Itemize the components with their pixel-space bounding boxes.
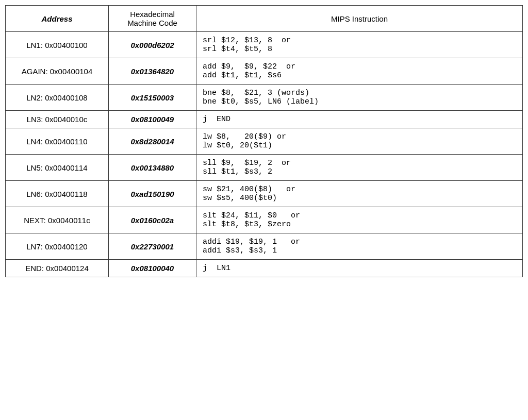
hex-cell: 0x08100049 [109,111,196,128]
address-cell: LN6: 0x00400118 [6,181,109,207]
address-cell: NEXT: 0x0040011c [6,207,109,233]
table-body: LN1: 0x004001000x000d6202srl $12, $13, 8… [6,32,523,277]
address-cell: AGAIN: 0x00400104 [6,58,109,85]
table-row: NEXT: 0x0040011c0x0160c02aslt $24, $11, … [6,207,523,233]
table-row: LN3: 0x0040010c0x08100049j END [6,111,523,128]
address-cell: LN7: 0x00400120 [6,233,109,260]
hex-cell: 0xad150190 [109,181,196,207]
table-row: LN1: 0x004001000x000d6202srl $12, $13, 8… [6,32,523,58]
hex-cell: 0x15150003 [109,85,196,111]
hex-cell: 0x8d280014 [109,128,196,155]
mips-cell: srl $12, $13, 8 or srl $t4, $t5, 8 [196,32,523,58]
mips-cell: bne $8, $21, 3 (words) bne $t0, $s5, LN6… [196,85,523,111]
address-cell: LN1: 0x00400100 [6,32,109,58]
hex-cell: 0x0160c02a [109,207,196,233]
table-row: AGAIN: 0x004001040x01364820add $9, $9, $… [6,58,523,85]
hex-cell: 0x22730001 [109,233,196,260]
address-cell: LN5: 0x00400114 [6,155,109,181]
table-row: LN5: 0x004001140x00134880sll $9, $19, 2 … [6,155,523,181]
address-cell: LN2: 0x00400108 [6,85,109,111]
table-row: LN2: 0x004001080x15150003bne $8, $21, 3 … [6,85,523,111]
mips-cell: lw $8, 20($9) or lw $t0, 20($t1) [196,128,523,155]
address-header: Address [6,6,109,32]
address-cell: LN3: 0x0040010c [6,111,109,128]
main-container: Address HexadecimalMachine Code MIPS Ins… [5,5,523,277]
hex-cell: 0x00134880 [109,155,196,181]
hex-header: HexadecimalMachine Code [109,6,196,32]
mips-cell: add $9, $9, $22 or add $t1, $t1, $s6 [196,58,523,85]
address-cell: END: 0x00400124 [6,260,109,277]
mips-cell: addi $19, $19, 1 or addi $s3, $s3, 1 [196,233,523,260]
table-row: LN6: 0x004001180xad150190sw $21, 400($8)… [6,181,523,207]
mips-cell: sll $9, $19, 2 or sll $t1, $s3, 2 [196,155,523,181]
table-row: LN4: 0x004001100x8d280014lw $8, 20($9) o… [6,128,523,155]
hex-cell: 0x08100040 [109,260,196,277]
mips-header: MIPS Instruction [196,6,523,32]
table-row: END: 0x004001240x08100040j LN1 [6,260,523,277]
mips-cell: j LN1 [196,260,523,277]
mips-table: Address HexadecimalMachine Code MIPS Ins… [5,5,523,277]
hex-cell: 0x000d6202 [109,32,196,58]
mips-cell: j END [196,111,523,128]
address-cell: LN4: 0x00400110 [6,128,109,155]
hex-cell: 0x01364820 [109,58,196,85]
mips-cell: sw $21, 400($8) or sw $s5, 400($t0) [196,181,523,207]
table-row: LN7: 0x004001200x22730001addi $19, $19, … [6,233,523,260]
header-row: Address HexadecimalMachine Code MIPS Ins… [6,6,523,32]
mips-cell: slt $24, $11, $0 or slt $t8, $t3, $zero [196,207,523,233]
